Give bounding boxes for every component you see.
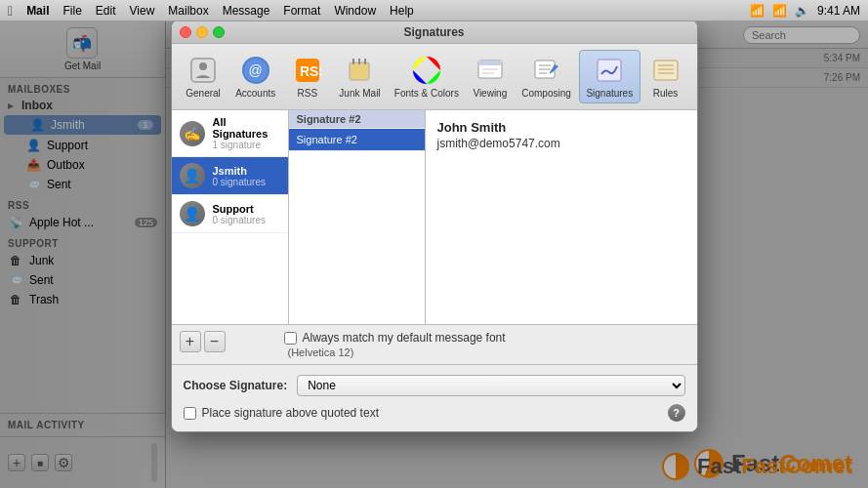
dialog-body: ✍ All Signatures 1 signature 👤 Jsmith 0 … — [172, 110, 697, 325]
menu-view[interactable]: View — [130, 4, 155, 18]
dialog-title: Signatures — [403, 25, 464, 39]
preview-email: jsmith@demo5747.com — [437, 137, 685, 150]
jsmith-avatar: 👤 — [180, 163, 205, 188]
rules-label: Rules — [653, 88, 679, 99]
toolbar-junkmail-button[interactable]: Junk Mail — [333, 51, 387, 102]
traffic-lights — [180, 26, 225, 38]
signatures-dialog: Signatures General @ Accounts — [171, 20, 698, 432]
toolbar-rss-button[interactable]: RSS RSS — [284, 51, 331, 102]
signatures-label: Signatures — [586, 88, 633, 99]
menu-bar-right: 📶 📶 🔉 9:41 AM — [750, 4, 860, 18]
menu-edit[interactable]: Edit — [96, 4, 116, 18]
menu-message[interactable]: Message — [223, 4, 270, 18]
support-account-name: Support — [213, 203, 280, 215]
toolbar-rules-button[interactable]: Rules — [642, 51, 689, 102]
signatures-icon — [594, 55, 625, 86]
all-sigs-info: All Signatures 1 signature — [213, 116, 280, 150]
toolbar-composing-button[interactable]: Composing — [516, 51, 577, 102]
account-item-jsmith[interactable]: 👤 Jsmith 0 signatures — [172, 157, 288, 195]
add-signature-button[interactable]: + — [180, 331, 201, 352]
menu-mailbox[interactable]: Mailbox — [168, 4, 208, 18]
support-info: Support 0 signatures — [213, 203, 280, 225]
footer-controls: + − Always match my default message font… — [172, 325, 697, 365]
menu-window[interactable]: Window — [334, 4, 376, 18]
remove-signature-button[interactable]: − — [204, 331, 226, 352]
modal-overlay: Signatures General @ Accounts — [0, 0, 868, 488]
svg-rect-10 — [478, 61, 502, 65]
close-button[interactable] — [180, 26, 191, 38]
dialog-toolbar: General @ Accounts RSS RSS — [172, 44, 697, 110]
signatures-panel: Signature #2 Signature #2 — [289, 110, 426, 324]
all-sigs-name: All Signatures — [213, 116, 280, 140]
minimize-button[interactable] — [196, 26, 208, 38]
dialog-titlebar: Signatures — [172, 20, 697, 44]
sig-item-0[interactable]: Signature #2 — [289, 129, 425, 151]
jsmith-count: 0 signatures — [213, 177, 280, 187]
volume-icon: 🔉 — [795, 4, 809, 18]
always-match-label: Always match my default message font — [303, 331, 506, 345]
always-match-row: Always match my default message font — [284, 331, 506, 345]
account-item-all-signatures[interactable]: ✍ All Signatures 1 signature — [172, 110, 288, 157]
jsmith-info: Jsmith 0 signatures — [213, 165, 280, 187]
sig-list-header: Signature #2 — [289, 110, 425, 129]
toolbar-signatures-button[interactable]: Signatures — [579, 50, 640, 103]
menu-bar:  Mail File Edit View Mailbox Message Fo… — [0, 0, 868, 21]
menu-file[interactable]: File — [62, 4, 81, 18]
svg-rect-17 — [598, 60, 621, 81]
signature-preview: John Smith jsmith@demo5747.com — [426, 110, 697, 324]
svg-point-1 — [199, 62, 207, 70]
svg-text:RSS: RSS — [300, 63, 321, 79]
fonts-colors-label: Fonts & Colors — [394, 88, 459, 99]
place-sig-checkbox[interactable] — [184, 407, 196, 420]
preview-name: John Smith — [437, 120, 685, 135]
helvetica-sub-label: (Helvetica 12) — [288, 346, 506, 358]
composing-label: Composing — [521, 88, 571, 99]
wifi-icon: 📶 — [772, 4, 787, 18]
toolbar-fontscolors-button[interactable]: Fonts & Colors — [389, 51, 465, 102]
accounts-icon: @ — [240, 55, 271, 86]
support-avatar: 👤 — [180, 201, 205, 226]
jsmith-account-name: Jsmith — [213, 165, 280, 177]
svg-rect-18 — [654, 61, 678, 80]
choose-sig-select[interactable]: NoneSignature #2 — [297, 375, 684, 396]
all-sigs-count: 1 signature — [213, 140, 280, 150]
general-icon — [187, 55, 219, 86]
place-sig-row: Place signature above quoted text ? — [184, 404, 685, 422]
all-sigs-avatar: ✍ — [180, 121, 205, 146]
support-count: 0 signatures — [213, 215, 280, 225]
font-match-section: Always match my default message font (He… — [245, 331, 506, 358]
menu-mail[interactable]: Mail — [26, 4, 49, 18]
rules-icon — [650, 55, 682, 86]
maximize-button[interactable] — [213, 26, 225, 38]
menu-format[interactable]: Format — [283, 4, 320, 18]
composing-icon — [531, 55, 562, 86]
accounts-panel: ✍ All Signatures 1 signature 👤 Jsmith 0 … — [172, 110, 289, 324]
always-match-checkbox[interactable] — [284, 332, 297, 345]
bluetooth-icon: 📶 — [750, 4, 765, 18]
choose-sig-row: Choose Signature: NoneSignature #2 — [184, 375, 685, 396]
viewing-icon — [475, 55, 506, 86]
apple-menu-icon[interactable]:  — [8, 3, 13, 19]
viewing-label: Viewing — [473, 88, 507, 99]
junk-mail-icon — [344, 55, 375, 86]
menu-help[interactable]: Help — [390, 4, 414, 18]
toolbar-general-button[interactable]: General — [180, 51, 227, 102]
junk-mail-label: Junk Mail — [339, 88, 380, 99]
rss-toolbar-icon: RSS — [292, 55, 323, 86]
svg-rect-4 — [350, 62, 369, 80]
help-button[interactable]: ? — [668, 404, 685, 422]
account-item-support[interactable]: 👤 Support 0 signatures — [172, 195, 288, 233]
general-label: General — [186, 88, 221, 99]
rss-label: RSS — [298, 88, 318, 99]
place-sig-label: Place signature above quoted text — [202, 406, 379, 420]
fonts-colors-icon — [411, 55, 442, 86]
toolbar-viewing-button[interactable]: Viewing — [467, 51, 514, 102]
toolbar-accounts-button[interactable]: @ Accounts — [229, 51, 282, 102]
clock: 9:41 AM — [817, 4, 860, 18]
add-remove-controls: + − — [180, 331, 226, 352]
accounts-label: Accounts — [235, 88, 275, 99]
choose-sig-label: Choose Signature: — [184, 379, 288, 392]
dialog-bottom: Choose Signature: NoneSignature #2 Place… — [172, 365, 697, 431]
